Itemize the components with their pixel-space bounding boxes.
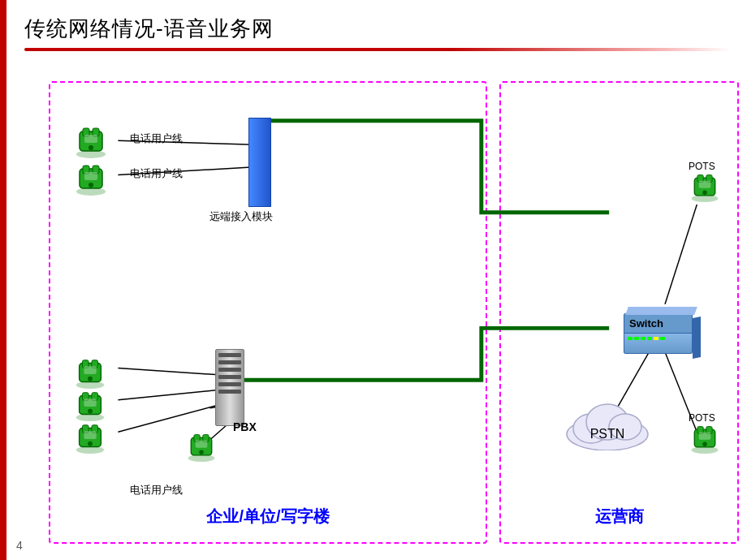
title-area: 传统网络情况-语音业务网 <box>24 15 731 51</box>
carrier-label: 运营商 <box>501 506 737 528</box>
remote-module-label: 远端接入模块 <box>209 209 273 224</box>
phone-line-label-2: 电话用户线 <box>130 166 183 181</box>
red-accent-bar <box>0 0 6 560</box>
svg-rect-38 <box>84 431 96 439</box>
pots-label-2: POTS <box>689 412 715 424</box>
svg-point-27 <box>88 377 93 381</box>
remote-access-module <box>248 118 271 207</box>
pbx-label: PBX <box>233 420 257 433</box>
switch-device: Switch <box>624 307 701 357</box>
phone-2 <box>73 161 109 200</box>
svg-rect-20 <box>84 172 97 180</box>
page-title: 传统网络情况-语音业务网 <box>24 15 731 43</box>
pots-phone-1 <box>689 170 721 206</box>
svg-rect-44 <box>196 441 208 448</box>
carrier-box: 运营商 <box>499 81 739 544</box>
svg-point-33 <box>88 409 93 414</box>
pots-label-1: POTS <box>689 161 715 172</box>
svg-rect-14 <box>84 135 97 143</box>
phone-1 <box>73 123 109 162</box>
svg-rect-32 <box>84 398 96 407</box>
switch-label: Switch <box>629 317 663 330</box>
svg-point-57 <box>702 442 706 446</box>
page-number: 4 <box>16 539 23 552</box>
svg-point-45 <box>199 450 203 454</box>
svg-rect-56 <box>699 433 711 440</box>
pstn-cloud: PSTN <box>559 390 656 450</box>
title-underline <box>24 48 731 51</box>
phone-6 <box>185 430 218 466</box>
phone-line-label-3: 电话用户线 <box>130 483 183 498</box>
svg-point-21 <box>89 183 93 187</box>
phone-line-label-1: 电话用户线 <box>130 131 183 146</box>
phone-5 <box>73 420 107 458</box>
svg-rect-26 <box>84 366 96 374</box>
pots-phone-2 <box>689 422 721 458</box>
svg-point-51 <box>702 191 706 195</box>
svg-point-39 <box>88 442 93 446</box>
svg-point-15 <box>89 145 93 150</box>
svg-rect-50 <box>699 181 711 188</box>
pbx-device <box>215 349 244 426</box>
svg-text:PSTN: PSTN <box>590 427 625 441</box>
enterprise-label: 企业/单位/写字楼 <box>50 506 486 528</box>
diagram-area: 企业/单位/写字楼 运营商 <box>16 57 739 536</box>
